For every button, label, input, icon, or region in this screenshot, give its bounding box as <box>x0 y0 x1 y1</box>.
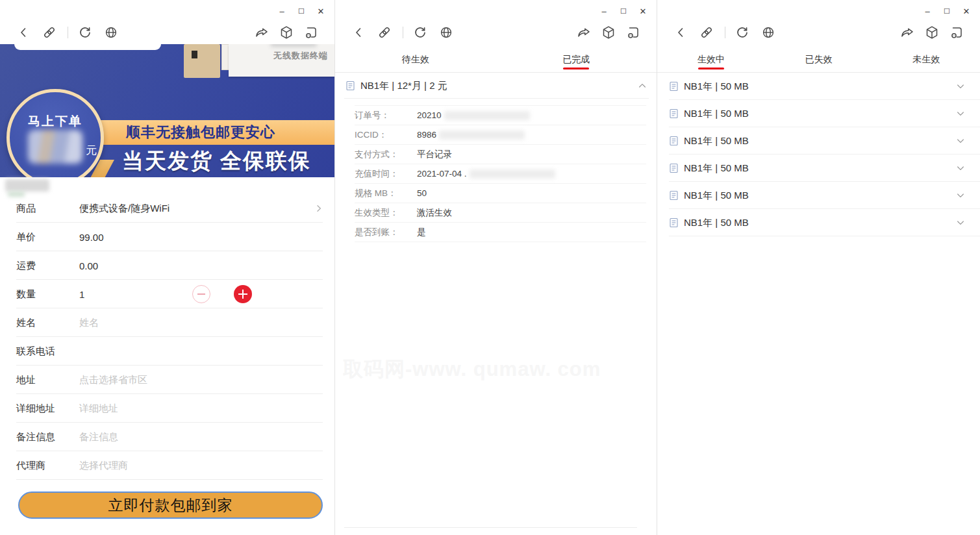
refresh-icon[interactable] <box>412 25 428 40</box>
tab[interactable]: 已完成 <box>496 47 657 72</box>
banner-headline: 当天发货 全保联保 <box>99 147 334 176</box>
product-box-port <box>192 51 197 58</box>
share-icon[interactable] <box>899 25 915 40</box>
package-list-item[interactable]: NB1年 | 50 MB <box>657 127 980 155</box>
tab[interactable]: 生效中 <box>657 47 765 72</box>
toolbar-divider <box>403 27 403 38</box>
back-icon[interactable] <box>351 25 366 40</box>
exit-miniprogram-icon[interactable] <box>625 25 641 40</box>
cube-icon[interactable] <box>601 25 616 40</box>
site-watermark: 取码网-www. qumaw. com <box>343 356 648 383</box>
cube-icon[interactable] <box>924 25 940 40</box>
document-icon <box>669 190 679 201</box>
form-row[interactable]: 详细地址 详细地址 <box>0 394 334 423</box>
cube-icon[interactable] <box>279 25 294 40</box>
chevron-down-icon[interactable] <box>955 81 966 92</box>
close-button[interactable]: ✕ <box>957 3 976 19</box>
minimize-button[interactable]: – <box>918 3 937 19</box>
globe-icon[interactable] <box>103 25 119 40</box>
package-title: NB1年 | 50 MB <box>684 108 749 120</box>
badge-text: 马上下单 <box>10 113 101 130</box>
form-row[interactable]: 联系电话 <box>0 337 334 366</box>
form-row[interactable]: 代理商 选择代理商 <box>0 451 334 480</box>
globe-icon[interactable] <box>438 25 454 40</box>
package-list-item[interactable]: NB1年 | 50 MB <box>657 209 980 236</box>
form-row[interactable]: 数量 1 <box>0 280 334 308</box>
package-list-item[interactable]: NB1年 | 50 MB <box>657 100 980 127</box>
maximize-button[interactable]: ☐ <box>292 3 311 19</box>
maximize-button[interactable]: ☐ <box>937 3 957 19</box>
form-row[interactable]: 地址 点击选择省市区 <box>0 366 334 394</box>
chevron-right-icon <box>314 203 324 214</box>
form-row[interactable]: 商品 便携式设备/随身WiFi <box>0 194 334 223</box>
back-icon[interactable] <box>673 25 688 40</box>
tab[interactable]: 已失效 <box>765 47 873 72</box>
maximize-button[interactable]: ☐ <box>614 3 633 19</box>
share-icon[interactable] <box>254 25 270 40</box>
detail-row: 支付方式： 平台记录 <box>355 145 646 164</box>
exit-miniprogram-icon[interactable] <box>949 25 964 40</box>
chevron-down-icon[interactable] <box>955 136 966 146</box>
tab-label: 待生效 <box>402 54 429 66</box>
document-icon <box>669 218 679 228</box>
package-list-item[interactable]: NB1年 | 50 MB <box>657 182 980 209</box>
refresh-icon[interactable] <box>735 25 750 40</box>
form-row[interactable]: 单价 99.00 <box>0 223 334 251</box>
detail-label: 是否到账： <box>355 227 417 238</box>
form-row[interactable]: 运费 0.00 <box>0 251 334 280</box>
pay-button[interactable]: 立即付款包邮到家 <box>18 491 323 519</box>
tab[interactable]: 待生效 <box>335 47 496 72</box>
document-icon <box>669 81 679 92</box>
close-button[interactable]: ✕ <box>311 3 331 19</box>
minimize-button[interactable]: – <box>594 3 614 19</box>
form-row-value: 便携式设备/随身WiFi <box>79 203 170 215</box>
product-caption: 无线数据终端 <box>273 50 328 62</box>
tab-label: 已失效 <box>805 54 833 66</box>
recharge-records-window: – ☐ ✕ 待生效 已完成 NB1年 | 12*月 | 2 元 订单号： 202… <box>334 0 657 535</box>
chevron-down-icon[interactable] <box>955 108 966 119</box>
tab[interactable]: 未生效 <box>872 47 980 72</box>
tab-label: 已完成 <box>562 54 590 66</box>
chevron-up-icon[interactable] <box>637 81 647 91</box>
quantity-stepper <box>192 285 264 303</box>
form-row-placeholder: 备注信息 <box>79 431 118 443</box>
detail-label: ICCID： <box>355 129 417 141</box>
globe-icon[interactable] <box>760 25 776 40</box>
promo-banner[interactable]: 无线数据终端 顺丰无接触包邮更安心 当天发货 全保联保 马上下单 元 <box>0 44 334 177</box>
order-window: – ☐ ✕ 无线数据终端 顺丰无接触包邮更安心 当天发货 全保联保 马上下单 元 <box>0 0 334 535</box>
form-row[interactable]: 姓名 姓名 <box>0 308 334 337</box>
quantity-plus-button[interactable] <box>234 285 252 303</box>
form-row-value: 1 <box>79 289 84 300</box>
form-row-label: 代理商 <box>16 460 79 472</box>
package-list-item[interactable]: NB1年 | 50 MB <box>657 155 980 182</box>
link-icon[interactable] <box>699 25 714 40</box>
badge-unit: 元 <box>86 143 97 158</box>
form-row-placeholder: 详细地址 <box>79 403 118 415</box>
exit-miniprogram-icon[interactable] <box>303 25 319 40</box>
form-row-label: 详细地址 <box>16 403 79 415</box>
back-icon[interactable] <box>16 25 31 40</box>
share-icon[interactable] <box>576 25 592 40</box>
document-icon <box>346 81 355 91</box>
link-icon[interactable] <box>42 25 57 40</box>
refresh-icon[interactable] <box>77 25 93 40</box>
toolbar-divider <box>68 27 68 38</box>
window-titlebar: – ☐ ✕ <box>0 0 334 22</box>
records-window-chrome: – ☐ ✕ <box>335 0 657 43</box>
package-list-item[interactable]: NB1年 | 50 MB <box>657 73 980 100</box>
form-row-label: 运费 <box>16 260 79 272</box>
detail-row: ICCID： 8986 <box>355 125 646 145</box>
link-icon[interactable] <box>377 25 392 40</box>
form-row-label: 备注信息 <box>16 431 79 443</box>
quantity-minus-button[interactable] <box>192 285 210 303</box>
close-button[interactable]: ✕ <box>633 3 653 19</box>
active-tab-underline <box>698 68 724 69</box>
chevron-down-icon[interactable] <box>955 163 966 173</box>
window-titlebar: – ☐ ✕ <box>335 0 657 22</box>
chevron-down-icon[interactable] <box>955 190 966 201</box>
product-card-faded-text <box>271 44 316 47</box>
chevron-down-icon[interactable] <box>955 218 966 228</box>
minimize-button[interactable]: – <box>272 3 292 19</box>
record-list-item[interactable]: NB1年 | 12*月 | 2 元 <box>335 73 657 99</box>
form-row[interactable]: 备注信息 备注信息 <box>0 423 334 451</box>
